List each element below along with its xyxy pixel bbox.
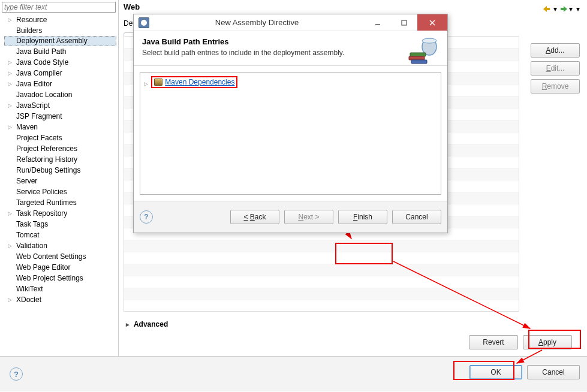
dialog-button-bar: ? OK Cancel [0, 357, 587, 391]
sidebar-item-resource[interactable]: Resource [4, 14, 116, 25]
sidebar-item-tomcat[interactable]: Tomcat [4, 230, 116, 240]
finish-button[interactable]: Finish [338, 210, 387, 224]
sidebar-item-run-debug-settings[interactable]: Run/Debug Settings [4, 165, 116, 176]
add-button[interactable]: Add... [531, 43, 580, 58]
help-icon[interactable]: ? [140, 210, 153, 224]
svg-rect-1 [561, 8, 564, 10]
close-button[interactable] [417, 14, 447, 31]
menu-dropdown-icon[interactable]: ▾ [576, 5, 580, 13]
svg-rect-3 [402, 20, 407, 25]
filter-input[interactable] [2, 2, 116, 13]
library-icon [154, 79, 162, 86]
sidebar-item-web-page-editor[interactable]: Web Page Editor [4, 262, 116, 273]
sidebar-item-server[interactable]: Server [4, 176, 116, 186]
cancel-button[interactable]: Cancel [527, 365, 580, 379]
sidebar-item-web-project-settings[interactable]: Web Project Settings [4, 273, 116, 284]
minimize-button[interactable] [365, 14, 391, 31]
sidebar-item-refactoring-history[interactable]: Refactoring History [4, 154, 116, 165]
edit-button[interactable]: Edit... [531, 61, 580, 76]
back-dropdown-icon[interactable]: ▾ [553, 5, 557, 13]
dialog-header-title: Java Build Path Entries [142, 37, 439, 46]
forward-arrow-icon[interactable] [558, 5, 568, 13]
sidebar-item-java-compiler[interactable]: Java Compiler [4, 68, 116, 79]
forward-dropdown-icon[interactable]: ▾ [569, 5, 573, 13]
wizard-cancel-button[interactable]: Cancel [392, 210, 441, 224]
sidebar-item-deployment-assembly[interactable]: Deployment Assembly [4, 36, 116, 46]
sidebar-item-project-references[interactable]: Project References [4, 143, 116, 154]
ok-button[interactable]: OK [469, 365, 522, 379]
dialog-footer: ? < Back Next > Finish Cancel [134, 201, 447, 233]
svg-rect-10 [411, 60, 427, 64]
sidebar-item-java-code-style[interactable]: Java Code Style [4, 57, 116, 68]
svg-rect-9 [409, 56, 425, 60]
maximize-button[interactable] [391, 14, 417, 31]
sidebar-item-builders[interactable]: Builders [4, 25, 116, 36]
new-assembly-directive-dialog: New Assembly Directive Java Build Path E… [133, 14, 448, 233]
sidebar-item-validation[interactable]: Validation [4, 240, 116, 251]
sidebar-item-javascript[interactable]: JavaScript [4, 100, 116, 111]
sidebar-item-maven[interactable]: Maven [4, 122, 116, 132]
back-arrow-icon[interactable] [543, 5, 552, 13]
svg-rect-8 [410, 53, 426, 56]
tree-item-row[interactable]: Maven Dependencies [144, 79, 237, 88]
revert-button[interactable]: Revert [469, 335, 518, 349]
sidebar-item-java-editor[interactable]: Java Editor [4, 79, 116, 89]
sidebar-item-task-repository[interactable]: Task Repository [4, 208, 116, 219]
sidebar-item-jsp-fragment[interactable]: JSP Fragment [4, 111, 116, 122]
back-button[interactable]: < Back [230, 210, 279, 224]
eclipse-icon [139, 17, 149, 28]
sidebar-item-xdoclet[interactable]: XDoclet [4, 294, 116, 305]
preferences-tree[interactable]: ResourceBuildersDeployment AssemblyJava … [2, 14, 116, 305]
sidebar-item-project-facets[interactable]: Project Facets [4, 132, 116, 143]
sidebar-item-service-policies[interactable]: Service Policies [4, 186, 116, 197]
maven-dependencies-item[interactable]: Maven Dependencies [165, 78, 234, 86]
next-button[interactable]: Next > [284, 210, 333, 224]
dialog-title: New Assembly Directive [149, 18, 365, 27]
preferences-tree-panel: ResourceBuildersDeployment AssemblyJava … [0, 0, 119, 356]
sidebar-item-web-content-settings[interactable]: Web Content Settings [4, 251, 116, 262]
sidebar-item-javadoc-location[interactable]: Javadoc Location [4, 89, 116, 100]
sidebar-item-targeted-runtimes[interactable]: Targeted Runtimes [4, 197, 116, 208]
svg-rect-0 [546, 8, 550, 10]
history-nav: ▾ ▾ ▾ [543, 5, 580, 13]
dialog-header: Java Build Path Entries Select build pat… [134, 31, 447, 66]
svg-point-7 [422, 38, 437, 43]
sidebar-item-wikitext[interactable]: WikiText [4, 284, 116, 294]
build-path-entries-tree[interactable]: Maven Dependencies [140, 72, 441, 195]
help-icon[interactable]: ? [10, 367, 23, 381]
dialog-titlebar[interactable]: New Assembly Directive [134, 14, 447, 31]
advanced-section-toggle[interactable]: Advanced [126, 320, 168, 328]
apply-button[interactable]: Apply [523, 335, 572, 349]
wizard-banner-icon [407, 36, 440, 66]
remove-button[interactable]: Remove [531, 79, 580, 94]
sidebar-item-task-tags[interactable]: Task Tags [4, 219, 116, 230]
page-title: Web [124, 2, 582, 11]
sidebar-item-java-build-path[interactable]: Java Build Path [4, 46, 116, 57]
dialog-header-desc: Select build path entries to include in … [142, 49, 439, 57]
